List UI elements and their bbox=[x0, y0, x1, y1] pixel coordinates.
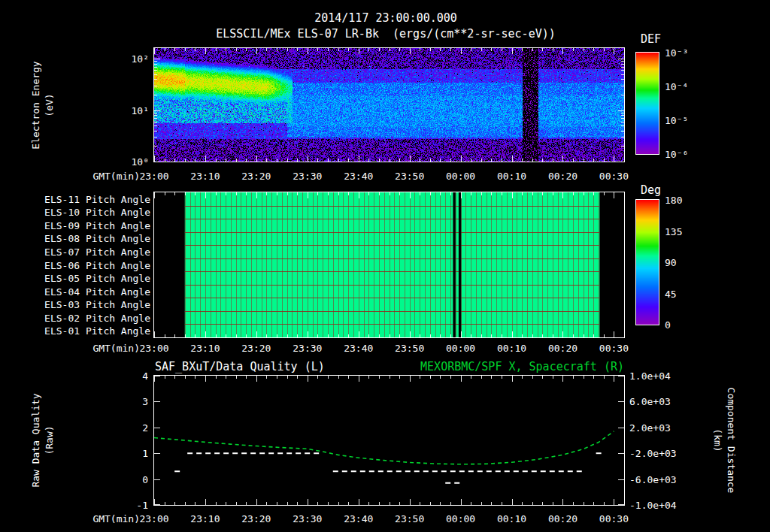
axis-label-line: (km) bbox=[711, 388, 724, 494]
x-tick-label: 00:30 bbox=[599, 514, 629, 524]
x-tick-label: 23:30 bbox=[293, 514, 322, 524]
x-tick-label: 23:10 bbox=[190, 343, 220, 353]
x-tick-label: 23:40 bbox=[344, 171, 373, 181]
right-series-title: MEXORBMC/SPF X, Spacecraft (R) bbox=[420, 361, 624, 373]
y-tick-label: 6.0e+03 bbox=[629, 397, 671, 407]
x-tick-label: 00:00 bbox=[446, 343, 475, 353]
pitch-row-label: ELS-01 Pitch Angle bbox=[44, 326, 150, 336]
deg-colorbar-gradient bbox=[636, 200, 659, 325]
x-tick-label: 23:20 bbox=[241, 514, 271, 524]
axis-label-line: (Raw) bbox=[43, 393, 56, 487]
spectrogram-canvas bbox=[154, 48, 624, 162]
def-colorbar bbox=[635, 52, 659, 155]
pitch-angle-panel bbox=[153, 192, 625, 338]
pitch-row-label: ELS-08 Pitch Angle bbox=[44, 234, 150, 243]
x-tick-label: 23:20 bbox=[241, 171, 271, 181]
colorbar-tick-label: 10⁻³ bbox=[665, 48, 688, 58]
axis-label-line: Electron Energy bbox=[29, 61, 43, 149]
x-tick-label: 23:40 bbox=[344, 514, 373, 524]
y-tick-label: -6.0e+03 bbox=[629, 474, 677, 484]
colorbar-tick-label: 180 bbox=[665, 195, 682, 205]
x-tick-label: 23:30 bbox=[293, 343, 322, 353]
colorbar-tick-label: 10⁻⁵ bbox=[665, 116, 688, 125]
colorbar-tick-label: 10⁻⁴ bbox=[665, 82, 688, 92]
x-tick-label: 00:20 bbox=[548, 343, 578, 353]
axis-label-line: Raw Data Quality bbox=[29, 393, 43, 487]
x-tick-label: 23:00 bbox=[139, 514, 168, 524]
deg-colorbar bbox=[635, 199, 659, 325]
pitch-row-label: ELS-06 Pitch Angle bbox=[44, 260, 150, 270]
x-tick-label: 00:20 bbox=[548, 171, 578, 181]
pitch-row-label: ELS-03 Pitch Angle bbox=[44, 300, 150, 310]
electron-energy-axis-label: Electron Energy (eV) bbox=[29, 61, 56, 149]
gmt-axis-label: GMT(min) bbox=[92, 171, 140, 181]
left-series-title: SAF_BXuT/Data Quality (L) bbox=[155, 361, 325, 373]
pitch-row-label: ELS-04 Pitch Angle bbox=[44, 286, 150, 296]
y-tick-label: 1 bbox=[142, 449, 148, 458]
x-tick-label: 23:30 bbox=[293, 171, 322, 181]
colorbar-tick-label: 135 bbox=[665, 226, 682, 236]
timeseries-panel bbox=[153, 375, 625, 506]
y-tick-label: -2.0e+03 bbox=[629, 449, 677, 458]
plot-subtitle: ELSSCIL/MEx ELS-07 LR-Bk (ergs/(cm**2-sr… bbox=[216, 29, 556, 40]
x-tick-label: 00:10 bbox=[497, 343, 526, 353]
y-tick-label: 10² bbox=[132, 54, 149, 64]
def-colorbar-title: DEF bbox=[641, 34, 661, 45]
x-tick-label: 00:10 bbox=[497, 171, 526, 181]
x-tick-label: 00:30 bbox=[599, 171, 629, 181]
plot-title: 2014/117 23:00:00.000 bbox=[314, 13, 457, 24]
y-tick-label: 4 bbox=[142, 371, 148, 381]
x-tick-label: 23:50 bbox=[395, 343, 424, 353]
pitch-row-label: ELS-02 Pitch Angle bbox=[44, 313, 150, 322]
pitch-angle-canvas bbox=[154, 192, 624, 337]
y-tick-label: -1 bbox=[136, 500, 148, 510]
y-tick-label: 1.0e+04 bbox=[629, 371, 671, 381]
x-tick-label: 23:50 bbox=[395, 171, 424, 181]
x-tick-label: 23:00 bbox=[139, 343, 168, 353]
colorbar-tick-label: 45 bbox=[665, 289, 677, 298]
pitch-row-label: ELS-11 Pitch Angle bbox=[44, 194, 150, 204]
pitch-row-label: ELS-05 Pitch Angle bbox=[44, 274, 150, 283]
timeseries-canvas bbox=[154, 376, 624, 505]
colorbar-tick-label: 90 bbox=[665, 258, 677, 268]
x-tick-label: 00:00 bbox=[446, 514, 475, 524]
def-colorbar-gradient bbox=[636, 53, 659, 154]
y-tick-label: 10⁰ bbox=[132, 157, 149, 167]
y-tick-label: 3 bbox=[142, 397, 148, 407]
colorbar-tick-label: 10⁻⁶ bbox=[665, 150, 688, 159]
gmt-axis-label: GMT(min) bbox=[92, 514, 140, 524]
x-tick-label: 23:00 bbox=[139, 171, 168, 181]
x-tick-label: 00:10 bbox=[497, 514, 526, 524]
y-tick-label: 0 bbox=[142, 474, 148, 484]
colorbar-tick-label: 0 bbox=[665, 320, 671, 330]
x-tick-label: 00:00 bbox=[446, 171, 475, 181]
deg-colorbar-title: Deg bbox=[641, 185, 661, 196]
gmt-axis-label: GMT(min) bbox=[92, 343, 140, 353]
axis-label-line: (eV) bbox=[43, 61, 56, 149]
spectrogram-panel bbox=[153, 47, 625, 162]
y-tick-label: -1.0e+04 bbox=[629, 500, 677, 510]
x-tick-label: 23:10 bbox=[190, 171, 220, 181]
pitch-row-label: ELS-09 Pitch Angle bbox=[44, 220, 150, 230]
y-tick-label: 2.0e+03 bbox=[629, 422, 671, 432]
y-tick-label: 10¹ bbox=[132, 105, 149, 115]
x-tick-label: 23:10 bbox=[190, 514, 220, 524]
spectrogram-display: 2014/117 23:00:00.000 ELSSCIL/MEx ELS-07… bbox=[0, 0, 770, 532]
x-tick-label: 23:20 bbox=[241, 343, 271, 353]
pitch-row-label: ELS-10 Pitch Angle bbox=[44, 207, 150, 217]
component-distance-axis-label: Component Distance (km) bbox=[711, 388, 738, 494]
x-tick-label: 00:20 bbox=[548, 514, 578, 524]
x-tick-label: 23:50 bbox=[395, 514, 424, 524]
x-tick-label: 23:40 bbox=[344, 343, 373, 353]
axis-label-line: Component Distance bbox=[724, 388, 738, 494]
y-tick-label: 2 bbox=[142, 422, 148, 432]
raw-data-quality-axis-label: Raw Data Quality (Raw) bbox=[29, 393, 56, 487]
x-tick-label: 00:30 bbox=[599, 343, 629, 353]
pitch-row-label: ELS-07 Pitch Angle bbox=[44, 246, 150, 256]
